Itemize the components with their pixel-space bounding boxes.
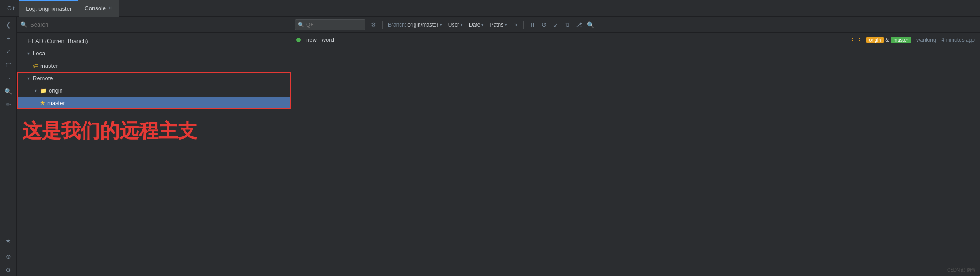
star-icon[interactable]: ★ bbox=[1, 234, 15, 247]
plus-circle-icon[interactable]: ⊕ bbox=[1, 250, 15, 263]
user-chevron-icon: ▾ bbox=[461, 23, 463, 27]
search-plus-icon: 🔍 bbox=[298, 22, 304, 28]
paths-label: Paths bbox=[490, 22, 503, 28]
close-icon[interactable]: ✕ bbox=[108, 5, 112, 11]
branch-search: 🔍 bbox=[17, 17, 291, 33]
edit-icon[interactable]: ✏ bbox=[1, 98, 15, 111]
branch-search-input[interactable] bbox=[30, 21, 287, 28]
tag-origin: origin bbox=[866, 37, 884, 43]
annotation-text: 这是我们的远程主支 bbox=[17, 109, 291, 153]
toolbar-search-box[interactable]: 🔍 bbox=[295, 19, 365, 30]
paths-dropdown[interactable]: Paths ▾ bbox=[488, 19, 509, 30]
user-dropdown[interactable]: User ▾ bbox=[446, 19, 465, 30]
tree-label-local: Local bbox=[33, 50, 46, 57]
branch-dropdown[interactable]: Branch: origin/master ▾ bbox=[386, 19, 444, 30]
tree-label-remote-master: master bbox=[47, 100, 65, 106]
date-label: Date bbox=[469, 22, 480, 28]
tree-label-local-master: master bbox=[40, 62, 58, 69]
add-icon[interactable]: + bbox=[1, 32, 15, 44]
branches-icon[interactable]: ⎇ bbox=[573, 19, 584, 30]
separator-1 bbox=[382, 21, 383, 29]
tree-item-remote[interactable]: ▾ Remote bbox=[17, 72, 291, 84]
search-icon[interactable]: 🔍 bbox=[1, 85, 15, 97]
commit-dot bbox=[296, 38, 301, 42]
settings-button[interactable]: ⚙ bbox=[368, 19, 379, 30]
bookmark-icon: 🏷 bbox=[33, 62, 38, 69]
sidebar-icons: ❮ + ✓ 🗑 → 🔍 ✏ ★ ⊕ ⚙ bbox=[0, 17, 17, 276]
more-button[interactable]: » bbox=[511, 19, 520, 30]
tag-ampersand: & bbox=[885, 37, 889, 43]
star-branch-icon: ★ bbox=[40, 99, 46, 106]
chevron-remote-icon: ▾ bbox=[26, 76, 31, 81]
tree-label-head: HEAD (Current Branch) bbox=[27, 38, 88, 44]
watermark: CSDN @ 南帝 bbox=[947, 267, 976, 273]
branch-value: origin/master bbox=[407, 22, 438, 28]
toolbar-action-icons: ⏸ ↺ ↙ ⇅ ⎇ 🔍 bbox=[527, 19, 596, 30]
date-dropdown[interactable]: Date ▾ bbox=[467, 19, 485, 30]
tree-item-local[interactable]: ▾ Local bbox=[17, 47, 291, 59]
tab-console[interactable]: Console ✕ bbox=[78, 0, 119, 17]
chevron-origin-icon: ▾ bbox=[33, 88, 38, 93]
tree-label-origin: origin bbox=[49, 87, 63, 94]
user-label: User bbox=[448, 22, 459, 28]
tab-log[interactable]: Log: origin/master bbox=[19, 0, 78, 17]
refresh-icon[interactable]: ↺ bbox=[539, 19, 550, 30]
remote-section: ▾ Remote ▾ 📁 origin ★ master bbox=[17, 72, 291, 109]
log-search-input[interactable] bbox=[306, 22, 362, 28]
search-icon-sm: 🔍 bbox=[20, 21, 27, 28]
back-icon[interactable]: ❮ bbox=[1, 19, 15, 31]
git-label: Git: bbox=[4, 5, 19, 12]
branch-label: Branch: bbox=[388, 22, 406, 28]
main-layout: ❮ + ✓ 🗑 → 🔍 ✏ ★ ⊕ ⚙ 🔍 HEAD (Current Bran… bbox=[0, 17, 980, 276]
push-pull-icon[interactable]: ⇅ bbox=[562, 19, 573, 30]
commit-tags: 🏷🏷 origin & master bbox=[850, 36, 911, 44]
fetch-icon[interactable]: ↙ bbox=[550, 19, 561, 30]
branch-chevron-icon: ▾ bbox=[440, 23, 442, 27]
trash-icon[interactable]: 🗑 bbox=[1, 58, 15, 71]
gear-icon[interactable]: ⚙ bbox=[1, 264, 15, 276]
log-toolbar: 🔍 ⚙ Branch: origin/master ▾ User ▾ Date … bbox=[291, 17, 980, 33]
folder-icon: 📁 bbox=[40, 87, 47, 94]
date-chevron-icon: ▾ bbox=[481, 23, 484, 27]
log-panel: 🔍 ⚙ Branch: origin/master ▾ User ▾ Date … bbox=[291, 17, 980, 276]
tag-master: master bbox=[891, 37, 911, 43]
branch-panel: 🔍 HEAD (Current Branch) ▾ Local 🏷 master bbox=[17, 17, 291, 276]
tab-console-label: Console bbox=[85, 5, 106, 12]
separator-2 bbox=[523, 21, 524, 29]
commit-author: wanlong bbox=[916, 37, 936, 43]
branch-tree: HEAD (Current Branch) ▾ Local 🏷 master ▾… bbox=[17, 33, 291, 276]
log-row[interactable]: new word 🏷🏷 origin & master wanlong 4 mi… bbox=[291, 33, 980, 47]
tree-item-remote-origin[interactable]: ▾ 📁 origin bbox=[17, 84, 291, 97]
tab-log-label: Log: origin/master bbox=[26, 5, 72, 12]
log-search-btn[interactable]: 🔍 bbox=[585, 19, 596, 30]
tree-item-head[interactable]: HEAD (Current Branch) bbox=[17, 35, 291, 47]
tree-item-local-master[interactable]: 🏷 master bbox=[17, 59, 291, 72]
log-content: new word 🏷🏷 origin & master wanlong 4 mi… bbox=[291, 33, 980, 276]
chevron-local-icon: ▾ bbox=[26, 51, 31, 56]
commit-message: new word bbox=[306, 36, 845, 43]
commit-time: 4 minutes ago bbox=[942, 37, 975, 43]
arrow-right-icon[interactable]: → bbox=[1, 72, 15, 84]
tag-icon: 🏷🏷 bbox=[850, 36, 865, 44]
tree-item-remote-master[interactable]: ★ master bbox=[17, 97, 291, 109]
tree-label-remote: Remote bbox=[33, 75, 53, 82]
check-icon[interactable]: ✓ bbox=[1, 45, 15, 58]
title-bar: Git: Log: origin/master Console ✕ bbox=[0, 0, 980, 17]
paths-chevron-icon: ▾ bbox=[505, 23, 507, 27]
pause-icon[interactable]: ⏸ bbox=[527, 19, 538, 30]
